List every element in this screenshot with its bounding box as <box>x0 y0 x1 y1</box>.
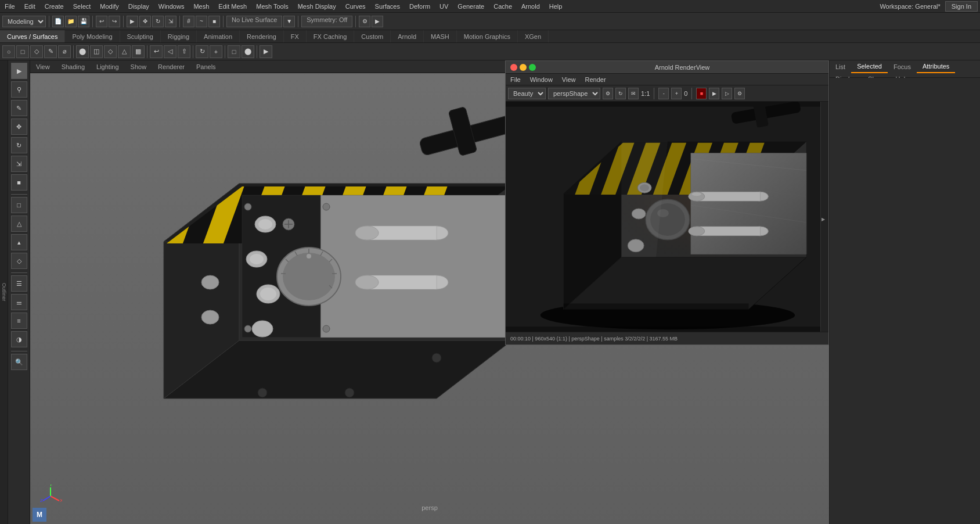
ep-curve-tool[interactable]: □ <box>16 45 29 58</box>
render-view-icon[interactable]: ◑ <box>11 331 27 347</box>
menu-item-file[interactable]: File <box>0 2 20 11</box>
tab-curves-surfaces[interactable]: Curves / Surfaces <box>0 30 65 42</box>
poly-icon[interactable]: △ <box>11 216 27 232</box>
deform-icon[interactable]: ◇ <box>11 253 27 269</box>
move-tool-button[interactable]: ✥ <box>139 16 151 27</box>
arnold-zoom-in[interactable]: + <box>671 88 682 99</box>
nurbs-cone[interactable]: △ <box>118 45 131 58</box>
vp-tab-lighting[interactable]: Lighting <box>91 62 125 71</box>
lasso-tool-icon[interactable]: ⚲ <box>11 81 27 98</box>
tab-xgen[interactable]: XGen <box>518 30 549 42</box>
arnold-menu-window[interactable]: Window <box>525 75 557 84</box>
arnold-zoom-out[interactable]: - <box>658 88 669 99</box>
tab-arnold[interactable]: Arnold <box>391 30 424 42</box>
attach-curves[interactable]: + <box>210 45 222 58</box>
menu-item-uv[interactable]: UV <box>435 2 453 11</box>
arnold-snapshot-btn[interactable]: ✉ <box>628 88 639 99</box>
arnold-close-btn[interactable] <box>510 64 517 71</box>
search-icon[interactable]: 🔍 <box>11 354 27 370</box>
nurbs-plane[interactable]: ▩ <box>132 45 145 58</box>
undo-button[interactable]: ↩ <box>96 16 107 27</box>
arnold-menu-file[interactable]: File <box>506 75 525 84</box>
menu-item-edit[interactable]: Edit <box>20 2 40 11</box>
arnold-gear-btn[interactable]: ⚙ <box>734 88 745 99</box>
menu-item-cache[interactable]: Cache <box>489 2 517 11</box>
nurbs-cylinder[interactable]: ◇ <box>104 45 117 58</box>
vp-tab-panels[interactable]: Panels <box>190 62 222 71</box>
scale-tool-icon[interactable]: ⇲ <box>11 156 27 172</box>
symmetry-button[interactable]: Symmetry: Off <box>301 16 352 27</box>
tab-mash[interactable]: MASH <box>424 30 457 42</box>
rotate-tool-icon[interactable]: ↻ <box>11 137 27 153</box>
rp-tab-list[interactable]: List <box>830 61 851 73</box>
tab-animation[interactable]: Animation <box>197 30 240 42</box>
attribute-editor-icon[interactable]: ⚌ <box>11 294 27 310</box>
arnold-update-btn[interactable]: ↻ <box>615 88 626 99</box>
arnold-panel-toggle[interactable]: ▶ <box>822 217 827 222</box>
menu-item-deform[interactable]: Deform <box>405 2 435 11</box>
tab-rigging[interactable]: Rigging <box>161 30 197 42</box>
snap-point-button[interactable]: ■ <box>208 16 220 27</box>
arnold-settings-btn[interactable]: ⚙ <box>603 88 613 99</box>
tab-poly-modeling[interactable]: Poly Modeling <box>65 30 120 42</box>
menu-item-help[interactable]: Help <box>545 2 567 11</box>
tab-fx[interactable]: FX <box>284 30 307 42</box>
tab-rendering[interactable]: Rendering <box>240 30 284 42</box>
mode-dropdown[interactable]: Modeling <box>2 16 46 27</box>
rp-tab-attributes[interactable]: Attributes <box>917 60 955 73</box>
menu-item-mesh[interactable]: Mesh <box>189 2 214 11</box>
tab-fx-caching[interactable]: FX Caching <box>307 30 354 42</box>
arnold-ipr-btn[interactable]: ▶ <box>709 88 719 99</box>
rebuild-curves[interactable]: ↻ <box>196 45 208 58</box>
open-scene-button[interactable]: 📁 <box>65 16 77 27</box>
redo-button[interactable]: ↪ <box>109 16 120 27</box>
arnold-minimize-btn[interactable] <box>520 64 527 71</box>
outliner-icon[interactable]: ≡ <box>11 313 27 329</box>
menu-item-create[interactable]: Create <box>40 2 69 11</box>
arnold-menu-view[interactable]: View <box>557 75 581 84</box>
show-manipulator-icon[interactable]: □ <box>11 197 27 213</box>
vp-tab-view[interactable]: View <box>30 62 56 71</box>
rp-tab-selected[interactable]: Selected <box>851 60 888 73</box>
m-icon[interactable]: M <box>33 508 46 522</box>
viewport-area[interactable]: View Shading Lighting Show Renderer Pane… <box>30 60 829 524</box>
select-tool-icon[interactable]: ▶ <box>11 63 27 79</box>
poly-icon2[interactable]: ▴ <box>11 234 27 250</box>
vp-tab-shading[interactable]: Shading <box>56 62 91 71</box>
live-surface-dropdown[interactable]: ▼ <box>283 16 295 27</box>
tab-motion-graphics[interactable]: Motion Graphics <box>457 30 518 42</box>
arnold-stop-btn[interactable]: ■ <box>696 88 707 99</box>
snap-grid-button[interactable]: # <box>183 16 194 27</box>
smooth-shade-icon[interactable]: ⬤ <box>242 45 254 58</box>
menu-item-mesh-tools[interactable]: Mesh Tools <box>251 2 293 11</box>
rp-tab-focus[interactable]: Focus <box>888 61 917 73</box>
scale-tool-button[interactable]: ⇲ <box>165 16 176 27</box>
arnold-camera-dropdown[interactable]: perspShape <box>548 88 600 99</box>
vp-tab-show[interactable]: Show <box>125 62 153 71</box>
arc-tool[interactable]: ⌀ <box>58 45 71 58</box>
arnold-menu-render[interactable]: Render <box>581 75 611 84</box>
menu-item-generate[interactable]: Generate <box>453 2 489 11</box>
extrude-tool[interactable]: ⇧ <box>178 45 190 58</box>
save-scene-button[interactable]: 💾 <box>78 16 89 27</box>
nurbs-cube[interactable]: ◫ <box>90 45 103 58</box>
move-tool-icon[interactable]: ✥ <box>11 119 27 135</box>
channel-box-icon[interactable]: ☰ <box>11 275 27 292</box>
rotate-tool-button[interactable]: ↻ <box>152 16 164 27</box>
arnold-sequence-btn[interactable]: ▷ <box>722 88 732 99</box>
arnold-render-canvas[interactable] <box>506 102 820 332</box>
menu-item-select[interactable]: Select <box>69 2 96 11</box>
wireframe-icon[interactable]: □ <box>228 45 240 58</box>
pencil-curve-tool[interactable]: ✎ <box>44 45 57 58</box>
loft-tool[interactable]: ◁ <box>164 45 176 58</box>
menu-item-curves[interactable]: Curves <box>341 2 370 11</box>
vp-tab-renderer[interactable]: Renderer <box>152 62 190 71</box>
arnold-title-bar[interactable]: Arnold RenderView <box>506 61 828 74</box>
play-icon[interactable]: ▶ <box>260 45 272 58</box>
live-surface-button[interactable]: No Live Surface <box>226 16 282 27</box>
arnold-maximize-btn[interactable] <box>529 64 536 71</box>
transform-tool-icon[interactable]: ■ <box>11 174 27 191</box>
select-tool-button[interactable]: ▶ <box>127 16 138 27</box>
render-settings-button[interactable]: ⚙ <box>359 16 370 27</box>
snap-curve-button[interactable]: ~ <box>196 16 207 27</box>
